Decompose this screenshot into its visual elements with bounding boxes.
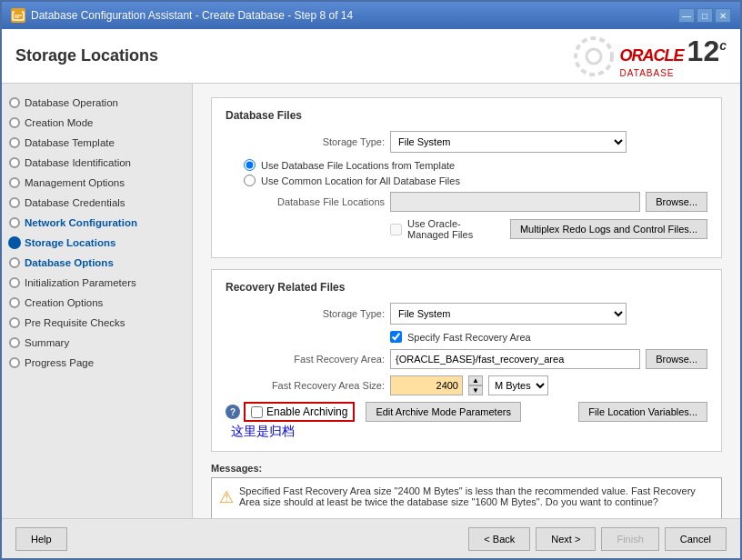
chinese-note: 这里是归档 (231, 424, 521, 440)
radio-common-label[interactable]: Use Common Location for All Database Fil… (244, 175, 707, 186)
fast-recovery-size-row: Fast Recovery Area Size: 2400 ▲ ▼ M Byte… (226, 375, 707, 395)
message-text: Specified Fast Recovery Area size "2400 … (239, 485, 714, 507)
browse-button-1[interactable]: Browse... (646, 192, 707, 212)
messages-label: Messages: (211, 463, 722, 474)
sidebar-item-storage-locations[interactable]: Storage Locations (2, 233, 192, 253)
sidebar-item-progress-page[interactable]: Progress Page (2, 353, 192, 373)
title-bar-left: Database Configuration Assistant - Creat… (11, 8, 353, 23)
file-location-vars-btn[interactable]: File Location Variables... (578, 402, 707, 422)
step-dot (9, 97, 20, 108)
window-controls: — □ ✕ (678, 8, 731, 23)
sidebar-item-db-identification[interactable]: Database Identification (2, 153, 192, 173)
oracle-version: 12c (687, 35, 727, 68)
recovery-panel: Recovery Related Files Storage Type: Fil… (211, 269, 722, 452)
step-dot (9, 217, 20, 228)
multiplex-button[interactable]: Multiplex Redo Logs and Control Files... (510, 219, 707, 239)
spinner-down[interactable]: ▼ (468, 385, 483, 395)
oracle-brand: ORACLE 12c DATABASE (620, 35, 727, 78)
sidebar-item-prereq-checks[interactable]: Pre Requisite Checks (2, 313, 192, 333)
sidebar: Database Operation Creation Mode Databas… (2, 84, 193, 518)
sidebar-item-creation-options[interactable]: Creation Options (2, 293, 192, 313)
svg-point-5 (576, 38, 612, 75)
sidebar-item-init-params[interactable]: Initialization Parameters (2, 273, 192, 293)
warning-icon: ⚠ (219, 487, 234, 507)
page-title: Storage Locations (15, 46, 158, 65)
spinner-up[interactable]: ▲ (468, 375, 483, 385)
close-button[interactable]: ✕ (715, 8, 731, 23)
storage-type-row: Storage Type: File System ASM (226, 131, 707, 153)
next-button[interactable]: Next > (536, 527, 596, 551)
radio-template[interactable] (244, 159, 256, 171)
db-file-locations-row: Database File Locations Browse... (226, 192, 707, 212)
sidebar-item-db-operation[interactable]: Database Operation (2, 93, 192, 113)
specify-fast-recovery-row: Specify Fast Recovery Area (226, 331, 707, 343)
oracle-managed-label[interactable]: Use Oracle-Managed Files (390, 218, 501, 240)
svg-rect-1 (15, 10, 22, 13)
app-icon (11, 8, 25, 23)
step-dot-current (8, 236, 21, 249)
oracle-managed-check[interactable] (390, 224, 402, 235)
oracle-name: ORACLE (620, 46, 684, 65)
oracle-db-label: DATABASE (620, 68, 727, 78)
sidebar-item-db-template[interactable]: Database Template (2, 133, 192, 153)
step-dot (9, 117, 20, 128)
radio-group: Use Database File Locations from Templat… (244, 159, 707, 186)
edit-archive-btn[interactable]: Edit Archive Mode Parameters (366, 402, 521, 422)
fast-recovery-size-label: Fast Recovery Area Size: (226, 380, 385, 391)
recovery-title: Recovery Related Files (226, 281, 707, 294)
archive-left: ? Enable Archiving Edit Archive Mode Par… (226, 402, 521, 440)
fast-recovery-area-input[interactable]: {ORACLE_BASE}/fast_recovery_area (390, 349, 640, 369)
header-bar: Storage Locations ORACLE 12c DATABASE (2, 29, 740, 84)
db-files-panel: Database Files Storage Type: File System… (211, 97, 722, 258)
main-content: Database Operation Creation Mode Databas… (2, 84, 740, 518)
step-dot (9, 317, 20, 328)
radio-common[interactable] (244, 175, 256, 186)
enable-archiving-label: Enable Archiving (266, 405, 347, 418)
unit-select[interactable]: M Bytes G Bytes (488, 375, 548, 395)
minimize-button[interactable]: — (678, 8, 695, 23)
db-file-locations-label: Database File Locations (226, 196, 385, 207)
navigation-buttons: < Back Next > Finish Cancel (468, 527, 727, 551)
enable-archiving-check[interactable] (251, 406, 263, 418)
specify-fast-recovery-check[interactable] (390, 331, 402, 343)
step-dot (9, 297, 20, 308)
content-area: Database Files Storage Type: File System… (193, 84, 740, 518)
step-dot (9, 137, 20, 148)
main-window: Database Configuration Assistant - Creat… (0, 0, 742, 560)
messages-section: Messages: ⚠ Specified Fast Recovery Area… (211, 463, 722, 518)
step-dot (9, 357, 20, 368)
sidebar-item-creation-mode[interactable]: Creation Mode (2, 113, 192, 133)
specify-fast-recovery-label[interactable]: Specify Fast Recovery Area (390, 331, 531, 343)
recovery-storage-type-row: Storage Type: File System ASM (226, 303, 707, 325)
step-dot (9, 257, 20, 268)
sidebar-item-db-options[interactable]: Database Options (2, 253, 192, 273)
step-dot (9, 337, 20, 348)
message-box: ⚠ Specified Fast Recovery Area size "240… (211, 477, 722, 518)
maximize-button[interactable]: □ (697, 8, 713, 23)
back-button[interactable]: < Back (468, 527, 530, 551)
title-bar: Database Configuration Assistant - Creat… (2, 2, 740, 29)
bottom-bar: Help < Back Next > Finish Cancel (2, 518, 740, 558)
recovery-storage-type-select[interactable]: File System ASM (390, 303, 627, 325)
radio-template-label[interactable]: Use Database File Locations from Templat… (244, 159, 707, 171)
cancel-button[interactable]: Cancel (665, 527, 727, 551)
db-file-locations-input[interactable] (390, 192, 640, 212)
browse-button-2[interactable]: Browse... (646, 349, 707, 369)
oracle-logo: ORACLE 12c DATABASE (571, 34, 727, 79)
recovery-storage-type-label: Storage Type: (226, 308, 385, 319)
step-dot (9, 157, 20, 168)
sidebar-item-network-config[interactable]: Network Configuration (2, 213, 192, 233)
finish-button[interactable]: Finish (601, 527, 658, 551)
question-icon: ? (226, 405, 240, 419)
spinner-buttons: ▲ ▼ (468, 375, 483, 395)
storage-type-select[interactable]: File System ASM (390, 131, 627, 153)
window-title: Database Configuration Assistant - Creat… (31, 9, 353, 22)
fast-recovery-size-input[interactable]: 2400 (390, 375, 463, 395)
storage-type-label: Storage Type: (226, 136, 385, 147)
sidebar-item-db-credentials[interactable]: Database Credentials (2, 193, 192, 213)
help-button[interactable]: Help (15, 527, 67, 551)
sidebar-item-summary[interactable]: Summary (2, 333, 192, 353)
sidebar-item-mgmt-options[interactable]: Management Options (2, 173, 192, 193)
db-files-title: Database Files (226, 109, 707, 122)
oracle-managed-row: Use Oracle-Managed Files Multiplex Redo … (226, 218, 707, 240)
